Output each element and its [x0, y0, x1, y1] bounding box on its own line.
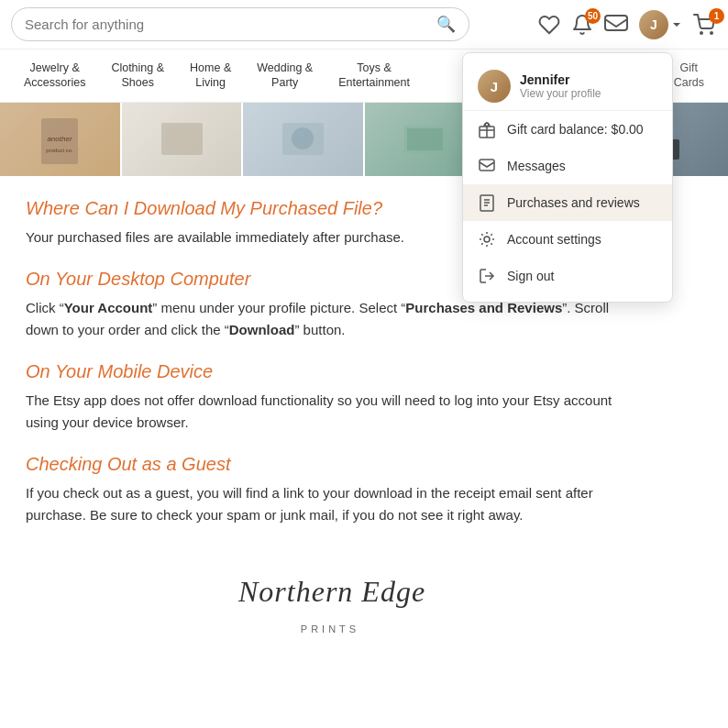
section2-body: Click “Your Account” menu under your pro… — [26, 297, 634, 341]
nav-toys[interactable]: Toys &Entertainment — [325, 57, 423, 94]
avatar: J — [639, 10, 668, 39]
hero-cell-2 — [122, 103, 244, 176]
cart-badge: 1 — [709, 8, 724, 24]
section3-title: On Your Mobile Device — [26, 361, 634, 382]
dropdown-gift-card[interactable]: Gift card balance: $0.00 — [463, 111, 672, 148]
settings-icon — [478, 230, 496, 248]
sign-out-icon — [478, 267, 496, 285]
svg-point-1 — [700, 32, 702, 34]
logo-name: Northern Edge — [26, 565, 634, 622]
search-icon: 🔍 — [436, 15, 456, 34]
svg-text:Northern Edge: Northern Edge — [237, 575, 425, 608]
nav-wedding[interactable]: Wedding &Party — [244, 57, 325, 94]
svg-point-9 — [292, 127, 314, 149]
gift-card-icon — [478, 120, 496, 138]
search-bar[interactable]: 🔍 — [11, 7, 469, 41]
logo-area: Northern Edge PRINTS — [26, 546, 634, 644]
dropdown-avatar: J — [478, 70, 511, 103]
svg-point-2 — [711, 32, 712, 34]
notifications-button[interactable]: 50 — [571, 14, 593, 36]
messages-icon — [478, 157, 496, 175]
svg-rect-7 — [166, 127, 198, 150]
nav-jewelry[interactable]: Jewelry &Accessories — [11, 57, 98, 94]
section4-body: If you check out as a guest, you will fi… — [26, 482, 634, 526]
svg-point-21 — [484, 237, 490, 242]
favorites-button[interactable] — [538, 14, 560, 36]
logo-subtitle: PRINTS — [26, 623, 634, 634]
messages-button[interactable] — [604, 15, 628, 35]
svg-text:product co.: product co. — [46, 148, 73, 153]
bold-your-account: Your Account — [64, 300, 153, 315]
bold-download: Download — [229, 322, 295, 337]
svg-rect-0 — [605, 16, 627, 30]
cart-button[interactable]: 1 — [693, 14, 717, 36]
section3-body: The Etsy app does not offer download fun… — [26, 390, 634, 434]
page-wrapper: 🔍 50 — [0, 0, 728, 669]
view-profile-link[interactable]: View your profile — [520, 87, 601, 100]
section4-title: Checking Out as a Guest — [26, 454, 634, 475]
header-icons: 50 J — [538, 10, 717, 39]
hero-cell-1: another product co. — [0, 103, 122, 176]
notifications-badge: 50 — [585, 8, 601, 24]
dropdown-account-settings[interactable]: Account settings — [463, 221, 672, 258]
logo-svg: Northern Edge — [229, 565, 431, 615]
hero-cell-3 — [243, 103, 365, 176]
dropdown-menu: J Jennifer View your profile Gift card b… — [462, 52, 673, 303]
purchases-icon — [478, 193, 496, 212]
dropdown-username: Jennifer — [520, 72, 601, 87]
search-input[interactable] — [25, 17, 436, 32]
dropdown-purchases[interactable]: Purchases and reviews — [463, 184, 672, 221]
nav-clothing[interactable]: Clothing &Shoes — [98, 57, 177, 94]
svg-text:another: another — [48, 135, 72, 143]
nav-home[interactable]: Home &Living — [177, 57, 244, 94]
user-avatar-button[interactable]: J — [639, 10, 682, 39]
dropdown-messages[interactable]: Messages — [463, 148, 672, 184]
svg-rect-11 — [407, 128, 443, 150]
dropdown-header: J Jennifer View your profile — [463, 61, 672, 111]
svg-rect-16 — [480, 160, 494, 171]
dropdown-sign-out[interactable]: Sign out — [463, 258, 672, 294]
header: 🔍 50 — [0, 0, 728, 50]
